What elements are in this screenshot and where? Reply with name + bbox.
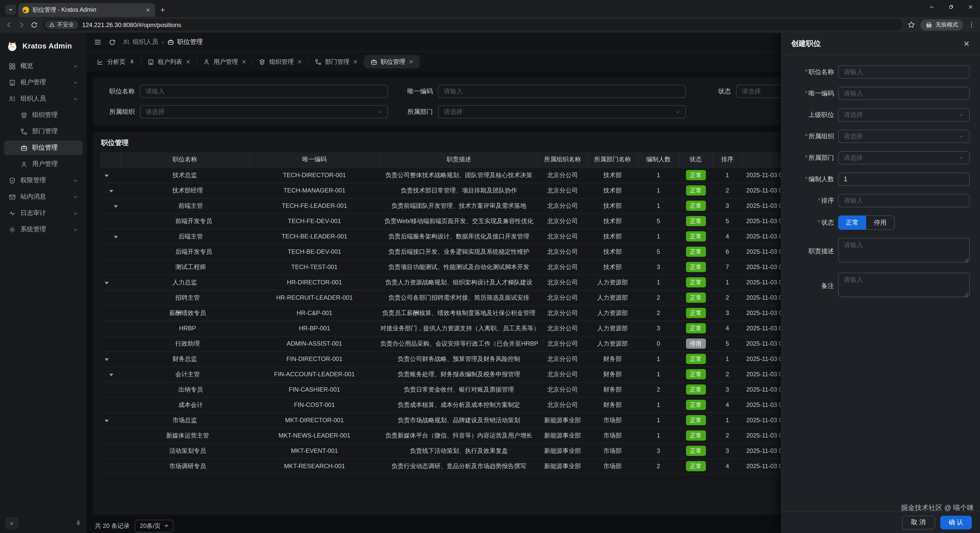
confirm-button[interactable]: 确 认 <box>940 515 972 530</box>
table-row[interactable]: 招聘主管 HR-RECRUIT-LEADER-001 负责公司各部门招聘需求对接… <box>100 290 844 305</box>
table-row[interactable]: 成本会计 FIN-COST-001 负责成本核算、成本分析及成本控制方案制定 北… <box>100 397 844 412</box>
table-row[interactable]: 财务总监 FIN-DIRECTOR-001 负责公司财务战略、预算管理及财务风险… <box>100 351 844 367</box>
sidebar-item-audit[interactable]: 日志审计 <box>4 206 83 221</box>
drawer-code-input[interactable] <box>838 87 970 100</box>
minimize-button[interactable] <box>922 0 941 13</box>
table-row[interactable]: 前端开发专员 TECH-FE-DEV-001 负责Web/移动端前端页面开发、交… <box>100 213 844 229</box>
table-row[interactable]: 技术总监 TECH-DIRECTOR-001 负责公司整体技术战略规划、团队管理… <box>100 167 844 183</box>
drawer-close-icon[interactable]: ✕ <box>963 39 970 48</box>
breadcrumb-parent[interactable]: 组织人员 <box>123 38 158 46</box>
tab-search-button[interactable] <box>5 5 16 15</box>
sidebar-collapse-button[interactable]: « <box>5 517 18 530</box>
expand-cell <box>100 351 121 367</box>
new-tab-button[interactable]: + <box>155 6 170 17</box>
tab-org-mgmt[interactable]: 组织管理 ✕ <box>253 55 308 68</box>
sort-cell: 3 <box>713 443 742 458</box>
chevron-down-icon <box>73 64 78 68</box>
code-input[interactable] <box>438 85 686 98</box>
sidebar-item-overview[interactable]: 概览 <box>4 59 83 73</box>
table-row[interactable]: 前端主管 TECH-FE-LEADER-001 负责前端团队开发管理、技术方案评… <box>100 198 844 213</box>
dept-select[interactable]: 请选择 <box>438 105 686 118</box>
status-disabled-button[interactable]: 停用 <box>866 215 895 230</box>
tab-tenant-list[interactable]: 租户列表 ✕ <box>142 55 197 68</box>
count-cell: 5 <box>638 213 679 229</box>
table-row[interactable]: 测试工程师 TECH-TEST-001 负责项目功能测试、性能测试及自动化测试脚… <box>100 259 844 275</box>
table-row[interactable]: 活动策划专员 MKT-EVENT-001 负责线下活动策划、执行及效果复盘 新能… <box>100 443 844 458</box>
sidebar-item-permission[interactable]: 权限管理 <box>4 173 83 188</box>
count-cell: 1 <box>638 198 679 213</box>
expand-icon[interactable] <box>109 190 113 193</box>
table-row[interactable]: 薪酬绩效专员 HR-C&P-001 负责员工薪酬核算、绩效考核制度落地及社保公积… <box>100 305 844 321</box>
back-icon[interactable] <box>5 21 13 29</box>
sidebar-item-dept-mgmt[interactable]: 部门管理 <box>4 124 83 139</box>
table-row[interactable]: 技术部经理 TECH-MANAGER-001 负责技术部日常管理、项目排期及团队… <box>100 183 844 198</box>
table-row[interactable]: 出纳专员 FIN-CASHIER-001 负责日常资金收付、银行对账及票据管理 … <box>100 382 844 397</box>
table-row[interactable]: 会计主管 FIN-ACCOUNT-LEADER-001 负责账务处理、财务报表编… <box>100 367 844 382</box>
hamburger-icon[interactable] <box>94 38 102 46</box>
sidebar-item-label: 用户管理 <box>32 160 58 169</box>
incognito-icon <box>925 22 932 28</box>
tab-dept-mgmt[interactable]: 部门管理 ✕ <box>309 55 364 68</box>
cancel-button[interactable]: 取 消 <box>902 515 935 530</box>
expand-icon[interactable] <box>114 205 118 208</box>
position-name-cell: 前端主管 <box>121 198 249 213</box>
bookmark-star-icon[interactable] <box>907 21 915 29</box>
forward-icon[interactable] <box>18 21 25 29</box>
expand-icon[interactable] <box>105 420 109 422</box>
tab-close-icon[interactable]: × <box>145 6 151 13</box>
browser-menu-icon[interactable] <box>968 21 975 28</box>
status-normal-button[interactable]: 正常 <box>838 215 866 230</box>
position-name-input[interactable] <box>140 85 388 98</box>
tab-close-icon[interactable]: ✕ <box>298 59 302 65</box>
close-window-button[interactable] <box>961 0 980 13</box>
tab-close-icon[interactable]: ✕ <box>242 59 246 65</box>
remark-textarea[interactable] <box>838 273 970 297</box>
sidebar-item-system[interactable]: 系统管理 <box>4 222 83 237</box>
reload-icon[interactable] <box>30 21 38 28</box>
status-badge: 停用 <box>686 339 706 348</box>
expand-icon[interactable] <box>105 282 109 284</box>
tab-close-icon[interactable]: ✕ <box>186 59 190 65</box>
table-row[interactable]: 新媒体运营主管 MKT-NEWS-LEADER-001 负责新媒体平台（微信、抖… <box>100 428 844 443</box>
sidebar-item-org-people[interactable]: 组织人员 <box>4 91 83 106</box>
expand-icon[interactable] <box>109 374 113 376</box>
table-row[interactable]: 后端主管 TECH-BE-LEADER-001 负责后端服务架构设计、数据库优化… <box>100 229 844 244</box>
pin-icon[interactable] <box>75 520 82 527</box>
sidebar-item-position-mgmt[interactable]: 职位管理 <box>4 140 83 155</box>
table-row[interactable]: 市场调研专员 MKT-RESEARCH-001 负责行业动态调研、竞品分析及市场… <box>100 458 844 474</box>
insecure-chip[interactable]: 不安全 <box>45 21 78 29</box>
pin-icon[interactable] <box>129 59 135 65</box>
tab-analysis[interactable]: 分析页 <box>91 55 141 68</box>
drawer-org-select[interactable]: 请选择 <box>838 130 970 143</box>
desc-textarea[interactable] <box>838 238 970 263</box>
table-row[interactable]: HRBP HR-BP-001 对接业务部门，提供人力资源支持（入离职、员工关系等… <box>100 321 844 336</box>
sidebar-item-tenant[interactable]: 租户管理 <box>4 75 83 90</box>
sidebar-item-user-mgmt[interactable]: 用户管理 <box>4 157 83 172</box>
table-row[interactable]: 人力总监 HR-DIRECTOR-001 负责人力资源战略规划、组织架构设计及人… <box>100 275 844 290</box>
expand-icon[interactable] <box>105 358 109 361</box>
url-bar[interactable]: 不安全 124.221.26.30:8080/#/opm/positions <box>43 19 902 31</box>
desc-cell: 负责后端接口开发、业务逻辑实现及系统稳定性维护 <box>380 244 538 259</box>
tab-user-mgmt[interactable]: 用户管理 ✕ <box>197 55 252 68</box>
refresh-icon[interactable] <box>109 38 116 46</box>
table-row[interactable]: 后端开发专员 TECH-BE-DEV-001 负责后端接口开发、业务逻辑实现及系… <box>100 244 844 259</box>
tab-close-icon[interactable]: ✕ <box>409 59 414 65</box>
tab-close-icon[interactable]: ✕ <box>353 59 358 65</box>
headcount-input[interactable] <box>838 173 970 186</box>
sidebar-item-org-mgmt[interactable]: 组织管理 <box>4 108 83 123</box>
parent-position-select[interactable]: 请选择 <box>838 108 970 121</box>
drawer-name-input[interactable] <box>838 65 970 79</box>
page-size-select[interactable]: 20条/页 <box>135 520 173 533</box>
org-select[interactable]: 请选择 <box>140 105 388 118</box>
sort-cell: 2 <box>713 290 742 305</box>
drawer-dept-select[interactable]: 请选择 <box>838 151 970 164</box>
expand-icon[interactable] <box>105 175 109 177</box>
sort-input[interactable] <box>838 194 970 207</box>
tab-position-mgmt[interactable]: 职位管理 ✕ <box>364 55 420 68</box>
sidebar-item-messages[interactable]: 站内消息 <box>4 189 83 204</box>
table-row[interactable]: 市场总监 MKT-DIRECTOR-001 负责市场战略规划、品牌建设及营销活动… <box>100 412 844 428</box>
table-row[interactable]: 行政助理 ADMIN-ASSIST-001 负责办公用品采购、会议安排等行政工作… <box>100 336 844 351</box>
expand-icon[interactable] <box>114 236 118 239</box>
restore-button[interactable] <box>941 0 961 13</box>
browser-tab[interactable]: 职位管理 - Kratos Admin × <box>18 3 155 17</box>
